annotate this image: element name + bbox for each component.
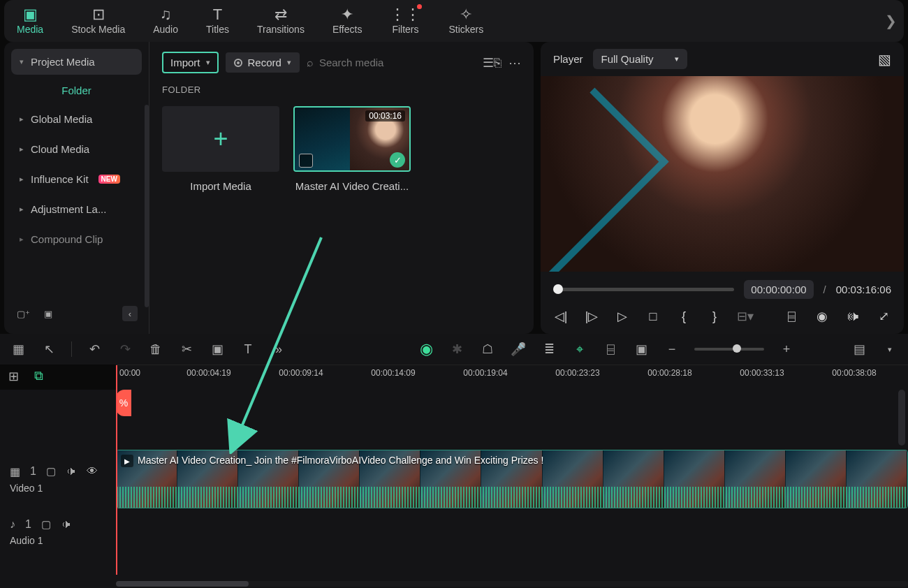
tool-grid[interactable]: ▦: [10, 341, 27, 358]
sidebar-label: Compound Clip: [31, 233, 103, 245]
more-tools-button[interactable]: »: [270, 341, 287, 358]
total-time: 00:03:16:06: [836, 284, 891, 295]
device-button[interactable]: ⌸: [602, 341, 619, 358]
sidebar-influence-kit[interactable]: ▸Influence KitNEW: [11, 166, 142, 192]
record-tool-button[interactable]: ▣: [633, 341, 650, 358]
tab-effects[interactable]: ✦Effects: [327, 4, 368, 38]
view-mode-button[interactable]: ▤: [851, 341, 867, 358]
stickers-icon: ✧: [460, 7, 472, 22]
import-media-thumb[interactable]: +: [162, 106, 279, 172]
display-button[interactable]: ⌸: [784, 309, 799, 324]
lock-icon[interactable]: ▢: [41, 518, 51, 531]
speed-button[interactable]: ✱: [448, 341, 465, 358]
mute-icon[interactable]: 🕩: [66, 465, 77, 478]
mark-in-button[interactable]: {: [676, 309, 691, 324]
auto-button[interactable]: ⌖: [571, 341, 588, 358]
tabs-overflow-button[interactable]: ❯: [885, 13, 897, 29]
marker-button[interactable]: ☖: [479, 341, 496, 358]
seek-slider[interactable]: [553, 288, 734, 291]
undo-button[interactable]: ↶: [86, 341, 103, 358]
transitions-icon: ⇄: [274, 7, 287, 22]
zoom-in-button[interactable]: +: [778, 341, 795, 358]
tab-transitions[interactable]: ⇄Transitions: [251, 4, 310, 38]
mute-icon[interactable]: 🕩: [61, 518, 72, 531]
play-button[interactable]: ▷: [615, 309, 630, 324]
mic-button[interactable]: 🎤: [510, 341, 527, 358]
media-clip-thumb[interactable]: 00:03:16 ✓: [293, 106, 411, 172]
player-panel: Player Full Quality▾ ▧ 00:00:00:00 / 00:…: [541, 42, 904, 334]
sidebar: ▾Project Media Folder ▸Global Media ▸Clo…: [4, 42, 149, 334]
camera-button[interactable]: ◉: [814, 309, 830, 324]
zoom-slider[interactable]: [694, 348, 764, 351]
link-icon[interactable]: ⧉: [34, 369, 43, 384]
chevron-right-icon: ▸: [20, 145, 24, 154]
add-track-icon[interactable]: ⊞: [8, 369, 19, 384]
sidebar-global-media[interactable]: ▸Global Media: [11, 106, 142, 132]
prev-frame-button[interactable]: ◁|: [553, 309, 569, 324]
ruler-tick: 00:00:04:19: [186, 368, 230, 378]
import-button[interactable]: Import▾: [162, 52, 219, 73]
visibility-icon[interactable]: 👁: [87, 465, 98, 478]
chevron-right-icon: ▸: [20, 205, 24, 214]
tab-filters[interactable]: ⋮⋮Filters: [384, 4, 426, 38]
sidebar-scrollbar[interactable]: [145, 105, 149, 307]
split-button[interactable]: ✂: [178, 341, 195, 358]
sidebar-compound-clip[interactable]: ▸Compound Clip: [11, 226, 142, 252]
titles-icon: T: [213, 7, 222, 22]
media-clip-card[interactable]: 00:03:16 ✓ Master AI Video Creati...: [293, 106, 411, 192]
layout-button[interactable]: ⊟▾: [738, 309, 753, 324]
mark-out-button[interactable]: }: [707, 309, 722, 324]
record-button[interactable]: Record▾: [226, 52, 300, 73]
tab-titles[interactable]: TTitles: [200, 4, 235, 38]
folder-section-label: FOLDER: [162, 84, 521, 95]
sidebar-folder-label[interactable]: Folder: [11, 79, 142, 102]
video-clip[interactable]: ▶ Master AI Video Creation_ Join the #Fi…: [116, 450, 908, 508]
track-name: Audio 1: [10, 535, 106, 546]
sidebar-adjustment-layer[interactable]: ▸Adjustment La...: [11, 196, 142, 222]
filter-button[interactable]: ☰⎘: [483, 55, 501, 71]
view-mode-chevron[interactable]: ▾: [881, 341, 898, 358]
snapshot-button[interactable]: ▧: [878, 51, 891, 68]
media-panel: ▾Project Media Folder ▸Global Media ▸Clo…: [4, 42, 534, 334]
tab-stickers[interactable]: ✧Stickers: [443, 4, 489, 38]
volume-button[interactable]: 🕪: [845, 309, 861, 324]
list-button[interactable]: ≣: [541, 341, 557, 358]
new-bin-icon[interactable]: ▣: [41, 306, 56, 321]
current-time: 00:00:00:00: [744, 280, 813, 299]
timeline-h-scroll[interactable]: [116, 581, 908, 587]
fullscreen-button[interactable]: ⤢: [876, 309, 891, 324]
zoom-knob[interactable]: [733, 344, 741, 353]
search-icon: ⌕: [307, 57, 314, 69]
crop-button[interactable]: ▣: [209, 341, 226, 358]
text-button[interactable]: T: [240, 341, 256, 358]
import-media-card[interactable]: + Import Media: [162, 106, 279, 192]
video-lane-1[interactable]: ▶ Master AI Video Creation_ Join the #Fi…: [116, 448, 908, 510]
media-main: Import▾ Record▾ ⌕ ☰⎘ ⋯ FOLDER + Import M…: [149, 42, 534, 334]
collapse-sidebar-button[interactable]: ‹: [122, 306, 138, 321]
tab-media[interactable]: ▣Media: [11, 4, 49, 38]
cut-handle[interactable]: %: [116, 390, 131, 416]
new-folder-icon[interactable]: ▢⁺: [15, 306, 31, 321]
playhead[interactable]: [116, 365, 117, 575]
waveform: [117, 487, 907, 508]
ai-button[interactable]: ◉: [418, 341, 434, 358]
stop-button[interactable]: □: [645, 309, 661, 324]
timeline-ruler[interactable]: 00:00 00:00:04:19 00:00:09:14 00:00:14:0…: [116, 365, 908, 390]
more-button[interactable]: ⋯: [508, 55, 521, 71]
quality-dropdown[interactable]: Full Quality▾: [593, 49, 687, 69]
sidebar-cloud-media[interactable]: ▸Cloud Media: [11, 136, 142, 162]
search-input[interactable]: [319, 57, 431, 68]
tab-stock-media[interactable]: ⊡Stock Media: [66, 4, 131, 38]
seek-knob[interactable]: [553, 284, 563, 294]
lock-icon[interactable]: ▢: [46, 465, 56, 478]
preview-area[interactable]: [541, 76, 904, 272]
sidebar-project-media[interactable]: ▾Project Media: [11, 49, 142, 75]
sidebar-footer: ▢⁺ ▣ ‹: [11, 300, 142, 327]
audio-lane-1[interactable]: [116, 510, 908, 554]
redo-button[interactable]: ↷: [117, 341, 133, 358]
delete-button[interactable]: 🗑: [147, 341, 164, 358]
zoom-out-button[interactable]: −: [664, 341, 680, 358]
next-frame-button[interactable]: |▷: [584, 309, 599, 324]
tool-pointer[interactable]: ↖: [41, 341, 57, 358]
tab-audio[interactable]: ♫Audio: [147, 4, 184, 38]
